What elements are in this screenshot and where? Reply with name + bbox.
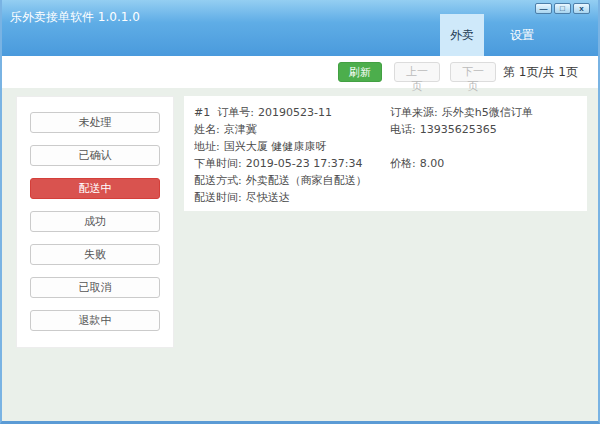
order-time: 下单时间:2019-05-23 17:37:34	[194, 156, 390, 171]
toolbar: 刷新 上一页 下一页 第 1页/共 1页	[2, 56, 598, 88]
customer-name-value: 京津冀	[224, 123, 257, 136]
order-price-value: 8.00	[420, 157, 445, 170]
customer-address-value: 国兴大厦 健健康康呀	[224, 140, 327, 153]
maximize-icon[interactable]: □	[554, 3, 571, 14]
order-row-4: 下单时间:2019-05-23 17:37:34 价格:8.00	[194, 155, 577, 172]
refresh-button[interactable]: 刷新	[338, 62, 382, 82]
minimize-icon[interactable]: —	[535, 3, 552, 14]
customer-address: 地址:国兴大厦 健健康康呀	[194, 139, 390, 154]
customer-name: 姓名:京津冀	[194, 122, 390, 137]
delivery-method-value: 外卖配送（商家自配送）	[246, 174, 367, 187]
order-price-label: 价格:	[390, 157, 416, 170]
sidebar-item-success[interactable]: 成功	[30, 211, 160, 232]
order-time-value: 2019-05-23 17:37:34	[246, 157, 363, 170]
sidebar-item-cancelled[interactable]: 已取消	[30, 277, 160, 298]
customer-name-label: 姓名:	[194, 123, 220, 136]
delivery-time-label: 配送时间:	[194, 191, 242, 204]
customer-phone-value: 13935625365	[420, 123, 497, 136]
delivery-time: 配送时间:尽快送达	[194, 190, 390, 205]
order-index: #1	[194, 106, 210, 119]
sidebar-item-refunding[interactable]: 退款中	[30, 310, 160, 331]
customer-phone: 电话:13935625365	[390, 122, 577, 137]
app-window: 乐外卖接单软件 1.0.1.0 — □ x 外卖 设置 刷新 上一页 下一页 第…	[0, 0, 600, 424]
sidebar-item-failed[interactable]: 失败	[30, 244, 160, 265]
page-indicator: 第 1页/共 1页	[503, 56, 578, 88]
order-number: #1订单号:20190523-11	[194, 105, 390, 120]
next-page-button[interactable]: 下一页	[450, 62, 496, 82]
order-number-value: 20190523-11	[258, 106, 332, 119]
order-row-1: #1订单号:20190523-11 订单来源:乐外卖h5微信订单	[194, 104, 577, 121]
order-row-5: 配送方式:外卖配送（商家自配送）	[194, 172, 577, 189]
prev-page-button[interactable]: 上一页	[394, 62, 440, 82]
window-title: 乐外卖接单软件 1.0.1.0	[10, 9, 140, 26]
delivery-method: 配送方式:外卖配送（商家自配送）	[194, 173, 390, 188]
window-controls: — □ x	[535, 3, 590, 14]
tab-takeout[interactable]: 外卖	[440, 14, 484, 56]
customer-phone-label: 电话:	[390, 123, 416, 136]
order-time-label: 下单时间:	[194, 157, 242, 170]
title-bar: 乐外卖接单软件 1.0.1.0 — □ x 外卖 设置	[2, 0, 598, 56]
tab-bar: 外卖 设置	[440, 14, 544, 56]
order-row-2: 姓名:京津冀 电话:13935625365	[194, 121, 577, 138]
sidebar-item-confirmed[interactable]: 已确认	[30, 145, 160, 166]
sidebar-item-unprocessed[interactable]: 未处理	[30, 112, 160, 133]
order-source-value: 乐外卖h5微信订单	[442, 106, 533, 119]
order-price: 价格:8.00	[390, 156, 577, 171]
order-row-6: 配送时间:尽快送达	[194, 189, 577, 206]
delivery-method-label: 配送方式:	[194, 174, 242, 187]
customer-address-label: 地址:	[194, 140, 220, 153]
sidebar-item-delivering[interactable]: 配送中	[30, 178, 160, 199]
delivery-time-value: 尽快送达	[246, 191, 290, 204]
order-number-label: 订单号:	[217, 106, 254, 119]
close-icon[interactable]: x	[573, 3, 590, 14]
order-source: 订单来源:乐外卖h5微信订单	[390, 105, 577, 120]
order-row-3: 地址:国兴大厦 健健康康呀	[194, 138, 577, 155]
order-source-label: 订单来源:	[390, 106, 438, 119]
order-card: #1订单号:20190523-11 订单来源:乐外卖h5微信订单 姓名:京津冀 …	[184, 96, 587, 211]
status-sidebar: 未处理 已确认 配送中 成功 失败 已取消 退款中	[16, 96, 174, 348]
tab-settings[interactable]: 设置	[500, 14, 544, 56]
